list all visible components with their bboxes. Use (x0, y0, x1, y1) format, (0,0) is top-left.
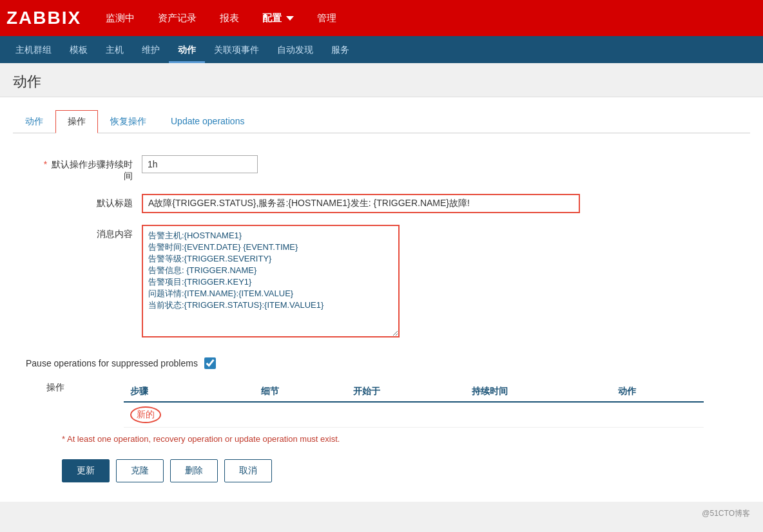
tab-operations[interactable]: 操作 (55, 110, 98, 133)
tabs: 动作 操作 恢复操作 Update operations (13, 110, 750, 133)
top-nav-links: 监测中 资产记录 报表 配置 管理 (101, 9, 342, 28)
footer: @51CTO博客 (0, 502, 763, 526)
clone-button[interactable]: 克隆 (116, 459, 164, 482)
subnav-hostgroups[interactable]: 主机群组 (6, 36, 61, 63)
cancel-button[interactable]: 取消 (224, 459, 272, 482)
step-duration-row: * 默认操作步骤持续时间 (39, 155, 750, 182)
subnav-services[interactable]: 服务 (322, 36, 358, 63)
subnav-hosts[interactable]: 主机 (97, 36, 133, 63)
default-title-input[interactable] (142, 194, 580, 213)
sub-navbar: 主机群组 模板 主机 维护 动作 关联项事件 自动发现 服务 (0, 36, 763, 63)
tab-update-ops[interactable]: Update operations (159, 110, 256, 133)
pause-ops-label: Pause operations for suppressed problems (26, 358, 198, 368)
subnav-actions[interactable]: 动作 (169, 36, 205, 63)
message-content-label: 消息内容 (39, 225, 142, 240)
step-duration-label: * 默认操作步骤持续时间 (39, 155, 142, 182)
subnav-maintenance[interactable]: 维护 (133, 36, 169, 63)
tab-actions[interactable]: 动作 (13, 110, 55, 133)
form-section: * 默认操作步骤持续时间 默认标题 消息内容 告警主机:{HOSTNAME1} … (13, 149, 750, 357)
default-title-row: 默认标题 (39, 194, 750, 213)
nav-config[interactable]: 配置 (257, 9, 299, 28)
delete-button[interactable]: 删除 (170, 459, 218, 482)
tab-recovery[interactable]: 恢复操作 (98, 110, 159, 133)
subnav-event-correlation[interactable]: 关联项事件 (205, 36, 268, 63)
subnav-discovery[interactable]: 自动发现 (268, 36, 322, 63)
pause-ops-checkbox[interactable] (204, 357, 216, 369)
col-action: 动作 (612, 382, 704, 402)
nav-reports[interactable]: 报表 (215, 9, 244, 28)
subnav-templates[interactable]: 模板 (61, 36, 97, 63)
ops-label: 操作 (26, 382, 64, 394)
page-title-bar: 动作 (0, 63, 763, 97)
warning-message: * At least one operation, recovery opera… (62, 434, 750, 444)
col-duration: 持续时间 (465, 382, 611, 402)
required-star-1: * (44, 159, 47, 169)
page-title: 动作 (13, 72, 750, 91)
ops-table: 步骤 细节 开始于 持续时间 动作 新的 (124, 382, 704, 428)
col-start-at: 开始于 (347, 382, 466, 402)
nav-assets[interactable]: 资产记录 (153, 9, 202, 28)
col-details: 细节 (255, 382, 347, 402)
pause-ops-row: Pause operations for suppressed problems (13, 357, 750, 369)
col-steps: 步骤 (124, 382, 255, 402)
footer-attribution: @51CTO博客 (702, 509, 750, 518)
nav-admin[interactable]: 管理 (312, 9, 342, 28)
message-content-row: 消息内容 告警主机:{HOSTNAME1} 告警时间:{EVENT.DATE} … (39, 225, 750, 339)
warning-text: At least one operation, recovery operati… (67, 434, 340, 444)
table-row-new: 新的 (124, 402, 704, 428)
new-operation-link[interactable]: 新的 (130, 406, 161, 423)
config-dropdown-icon (286, 16, 294, 21)
default-title-label: 默认标题 (39, 194, 142, 209)
logo: ZABBIX (6, 8, 81, 28)
ops-section: 操作 步骤 细节 开始于 持续时间 动作 新的 (13, 382, 750, 428)
step-duration-input[interactable] (142, 155, 258, 173)
nav-monitor[interactable]: 监测中 (101, 9, 140, 28)
message-content-textarea[interactable]: 告警主机:{HOSTNAME1} 告警时间:{EVENT.DATE} {EVEN… (142, 225, 400, 337)
button-row: 更新 克隆 删除 取消 (62, 459, 750, 482)
top-navbar: ZABBIX 监测中 资产记录 报表 配置 管理 (0, 0, 763, 36)
main-content: 动作 操作 恢复操作 Update operations * 默认操作步骤持续时… (0, 97, 763, 502)
update-button[interactable]: 更新 (62, 459, 110, 482)
message-content-wrapper: 告警主机:{HOSTNAME1} 告警时间:{EVENT.DATE} {EVEN… (142, 225, 400, 339)
